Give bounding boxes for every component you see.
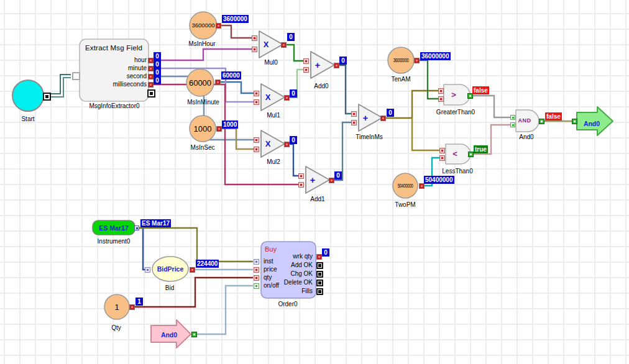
port-msinhour-out[interactable] (216, 23, 221, 29)
port-order-addok-out[interactable] (316, 262, 323, 269)
port-order-chgok-out[interactable] (316, 271, 323, 278)
port-order-qty-in[interactable] (254, 275, 259, 281)
text-mul0-symbol: X (264, 40, 269, 48)
port-extractor-in[interactable] (72, 72, 80, 80)
port-lessthan0-in1[interactable] (439, 148, 445, 153)
port-order-deleteok-out[interactable] (316, 280, 323, 286)
port-mul2-in2[interactable] (254, 147, 259, 152)
port-qty-out[interactable] (129, 304, 135, 310)
wire-mul2-to-add1[interactable] (288, 144, 298, 176)
port-order-price-in[interactable] (254, 267, 259, 273)
port-and0ref-out[interactable] (191, 332, 197, 337)
port-extractor-minute-out[interactable] (148, 66, 154, 71)
port-mul2-in1[interactable] (254, 137, 259, 143)
port-mul1-out[interactable] (284, 95, 290, 101)
badge-mul1-out-value: 0 (290, 89, 297, 98)
port-order-onoff-in[interactable] (254, 283, 259, 289)
text-lessthan0-symbol: < (452, 150, 457, 158)
text-mul2-caption: Mul2 (267, 159, 280, 165)
port-msinsec-out[interactable] (216, 126, 222, 132)
wire-and0arrow-to-order-onoff[interactable] (196, 286, 253, 334)
port-add0-out[interactable] (334, 63, 339, 68)
wire-msinminute-to-mul1[interactable] (219, 82, 254, 93)
wire-hour-to-mul0[interactable] (153, 49, 252, 60)
text-order-in-inst: inst (264, 258, 273, 265)
wire-add0-to-timeinms[interactable] (338, 65, 351, 114)
wire-instrument0-to-bid[interactable] (139, 228, 145, 270)
badge-qty-out-value: 1 (135, 298, 143, 306)
port-tenam-out[interactable] (414, 58, 420, 63)
port-bid-in[interactable] (145, 267, 150, 273)
text-add0-caption: Add0 (314, 83, 328, 89)
wire-timeinms-to-lessthan0[interactable] (412, 118, 439, 150)
badge-timeinms-out-value: 0 (387, 109, 394, 117)
badge-add0-out-value: 0 (339, 57, 347, 65)
badge-tenam-out-value: 36000000 (420, 52, 451, 60)
port-greaterthan0-in1[interactable] (438, 88, 444, 94)
text-order-out-chgok: Chg OK (290, 271, 313, 277)
text-greaterthan0-caption: GreaterThan0 (436, 109, 475, 116)
badge-mul0-out-value: 0 (287, 33, 295, 41)
badge-instrument0-out-value: ES Mar17 (140, 219, 171, 227)
port-add1-out[interactable] (329, 178, 334, 183)
port-add1-in2[interactable] (298, 182, 304, 188)
text-timeinms-caption: TimeInMs (356, 134, 383, 140)
port-timeinms-in2[interactable] (351, 120, 357, 125)
wire-mul0-to-add0[interactable] (285, 45, 303, 61)
port-mul0-in1[interactable] (252, 35, 257, 41)
node-lessthan0[interactable] (446, 144, 471, 164)
text-and0arrow-label: And0 (584, 121, 600, 127)
node-greaterthan0[interactable] (444, 84, 470, 105)
port-mul1-in1[interactable] (254, 91, 259, 96)
port-timeinms-out[interactable] (380, 116, 386, 121)
badge-msinhour-out-value: 3600000 (222, 15, 249, 23)
text-extractor-caption: MsgInfoExtractor0 (89, 103, 139, 109)
port-add0-in2[interactable] (303, 67, 309, 73)
port-and0-in1[interactable] (510, 115, 515, 120)
port-msinminute-out[interactable] (215, 80, 221, 85)
port-instrument0-out[interactable] (134, 225, 139, 230)
badge-second-value: 0 (154, 68, 161, 76)
port-mul0-in2[interactable] (252, 47, 257, 52)
wire-tenam-to-greaterthan0[interactable] (418, 60, 438, 99)
port-start-out[interactable] (43, 93, 51, 101)
port-extractor-second-out[interactable] (148, 74, 154, 80)
port-bid-out[interactable] (190, 267, 195, 273)
port-extractor-hour-out[interactable] (148, 58, 154, 63)
port-order-inst-in[interactable] (254, 259, 259, 265)
text-mul0-caption: Mul0 (264, 60, 278, 66)
text-qty-value: 1 (114, 303, 119, 311)
text-extractor-out-minute: minute (128, 65, 147, 71)
diagram-canvas[interactable]: Extract Msg Fieldhourminutesecondmillise… (0, 0, 629, 364)
port-mul0-out[interactable] (281, 42, 287, 48)
text-start-caption: Start (21, 116, 34, 122)
text-extractor-out-second: second (127, 73, 147, 80)
text-msinhour-value: 3600000 (192, 22, 215, 29)
wire-greaterthan0-to-and0[interactable] (472, 96, 510, 117)
badge-minute-value: 0 (154, 60, 161, 68)
text-twopm-caption: TwoPM (395, 202, 415, 208)
port-and0-in2[interactable] (510, 122, 515, 127)
port-mul1-in2[interactable] (254, 99, 259, 105)
port-timeinms-in1[interactable] (351, 111, 357, 117)
port-mul2-out[interactable] (284, 142, 290, 147)
wire-instrument0-to-order-inst[interactable] (139, 228, 253, 262)
badge-and0-out-value: false (545, 112, 562, 121)
text-bid-label: BidPrice (157, 266, 184, 273)
port-greaterthan0-in2[interactable] (438, 96, 444, 102)
port-and0-out[interactable] (539, 119, 544, 124)
port-extractor-event[interactable] (147, 89, 155, 98)
port-lessthan0-in2[interactable] (439, 155, 445, 161)
port-order-wrkqty-out[interactable] (316, 254, 322, 260)
text-instrument0-caption: Instrument0 (98, 239, 131, 245)
port-order-fills-out[interactable] (316, 288, 323, 295)
node-start[interactable] (12, 80, 44, 111)
port-extractor-milliseconds-out[interactable] (148, 82, 154, 88)
port-add1-in1[interactable] (298, 173, 304, 179)
wire-msinhour-to-mul0[interactable] (219, 25, 252, 38)
port-and0arrow-in[interactable] (572, 119, 577, 124)
text-msinminute-caption: MsInMinute (187, 99, 219, 106)
port-add0-in1[interactable] (303, 58, 309, 64)
wire-qty-to-order-qty[interactable] (134, 278, 253, 307)
port-lessthan0-out[interactable] (468, 152, 474, 157)
